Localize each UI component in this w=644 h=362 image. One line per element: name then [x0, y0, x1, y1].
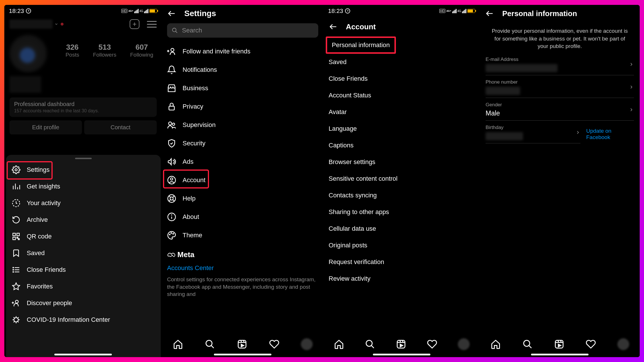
back-icon[interactable]: [329, 22, 338, 31]
stat-following[interactable]: 607Following: [130, 43, 153, 58]
field-label: E-mail Address: [486, 57, 634, 62]
home-indicator[interactable]: [531, 354, 589, 355]
settings-privacy[interactable]: Privacy: [162, 97, 323, 116]
nav-profile[interactable]: [301, 338, 313, 350]
menu-settings[interactable]: Settings: [6, 161, 161, 178]
meta-logo: Meta: [167, 250, 318, 259]
settings-supervision[interactable]: Supervision: [162, 116, 323, 134]
nav-profile[interactable]: [618, 338, 629, 350]
nav-home-icon[interactable]: [490, 339, 501, 349]
menu-activity[interactable]: Your activity: [6, 195, 161, 211]
settings-help[interactable]: Help: [162, 189, 323, 208]
settings-account[interactable]: Account: [162, 171, 323, 189]
account-verification[interactable]: Request verification: [323, 254, 480, 270]
account-original-posts[interactable]: Original posts: [323, 237, 480, 254]
gender-field[interactable]: Gender Male: [486, 102, 634, 121]
nav-search-icon[interactable]: [522, 339, 533, 349]
field-label: Phone number: [486, 79, 634, 85]
svg-rect-7: [17, 233, 20, 236]
home-indicator[interactable]: [373, 354, 430, 355]
settings-ads[interactable]: Ads: [162, 153, 323, 171]
account-avatar[interactable]: Avatar: [323, 104, 480, 120]
nav-reels-icon[interactable]: [237, 339, 247, 349]
settings-label: Privacy: [183, 103, 203, 110]
birthday-field[interactable]: Birthday: [486, 125, 580, 143]
account-browser[interactable]: Browser settings: [323, 154, 480, 170]
bottom-nav: [480, 331, 640, 357]
account-sharing[interactable]: Sharing to other apps: [323, 204, 480, 220]
account-cellular[interactable]: Cellular data use: [323, 220, 480, 237]
account-status[interactable]: Account Status: [323, 87, 480, 104]
search-icon: [172, 27, 178, 34]
account-close-friends[interactable]: Close Friends: [323, 70, 480, 87]
create-icon[interactable]: +: [130, 19, 139, 29]
chevron-right-icon: [629, 107, 634, 113]
menu-icon[interactable]: [147, 21, 157, 28]
lock-icon: [167, 102, 176, 111]
account-review-activity[interactable]: Review activity: [323, 270, 480, 287]
nav-reels-icon[interactable]: [554, 339, 564, 349]
menu-label: Favorites: [27, 283, 53, 290]
settings-business[interactable]: Business: [162, 79, 323, 97]
settings-about[interactable]: About: [162, 208, 323, 226]
add-person-icon: [167, 47, 176, 56]
settings-security[interactable]: Security: [162, 134, 323, 153]
svg-point-38: [172, 123, 175, 125]
qr-icon: [12, 232, 20, 241]
svg-point-42: [170, 197, 173, 200]
chevron-down-icon[interactable]: [54, 22, 58, 26]
personal-info-desc: Provide your personal information, even …: [480, 23, 640, 57]
account-contacts-sync[interactable]: Contacts syncing: [323, 187, 480, 204]
nav-home-icon[interactable]: [334, 339, 344, 349]
account-captions[interactable]: Captions: [323, 137, 480, 154]
settings-label: Supervision: [183, 121, 216, 129]
back-icon[interactable]: [485, 9, 494, 18]
edit-profile-button[interactable]: Edit profile: [9, 120, 82, 134]
account-sensitive[interactable]: Sensitive content control: [323, 170, 480, 187]
menu-favorites[interactable]: Favorites: [6, 278, 161, 295]
account-language[interactable]: Language: [323, 120, 480, 137]
nav-home-icon[interactable]: [173, 339, 183, 349]
account-personal-info[interactable]: Personal information: [326, 36, 396, 54]
accounts-center-link[interactable]: Accounts Center: [167, 264, 318, 272]
menu-label: Discover people: [27, 299, 72, 307]
sheet-handle[interactable]: [75, 158, 92, 159]
nav-heart-icon[interactable]: [586, 339, 596, 349]
professional-dashboard[interactable]: Professional dashboard 157 accounts reac…: [9, 97, 157, 117]
nav-search-icon[interactable]: [365, 339, 375, 349]
phone-field[interactable]: Phone number: [486, 79, 634, 98]
svg-point-51: [171, 233, 172, 234]
svg-point-0: [15, 169, 17, 171]
nav-reels-icon[interactable]: [396, 339, 406, 349]
menu-insights[interactable]: Get insights: [6, 178, 161, 195]
home-indicator[interactable]: [54, 354, 112, 355]
search-input[interactable]: Search: [167, 23, 318, 38]
settings-theme[interactable]: Theme: [162, 226, 323, 244]
svg-line-26: [14, 317, 15, 318]
shield-icon: [167, 139, 176, 148]
email-field[interactable]: E-mail Address: [486, 57, 634, 75]
menu-qrcode[interactable]: QR code: [6, 228, 161, 245]
stat-posts[interactable]: 326Posts: [66, 43, 79, 58]
contact-button[interactable]: Contact: [84, 120, 157, 134]
account-saved[interactable]: Saved: [323, 54, 480, 70]
nav-heart-icon[interactable]: [269, 339, 279, 349]
update-facebook-link[interactable]: Update on Facebook: [586, 128, 634, 140]
avatar: [9, 35, 47, 72]
settings-notifications[interactable]: Notifications: [162, 61, 323, 79]
menu-close-friends[interactable]: Close Friends: [6, 261, 161, 278]
menu-saved[interactable]: Saved: [6, 245, 161, 261]
menu-covid[interactable]: COVID-19 Information Center: [6, 311, 161, 328]
home-indicator[interactable]: [214, 354, 271, 355]
menu-discover[interactable]: Discover people: [6, 295, 161, 311]
menu-archive[interactable]: Archive: [6, 211, 161, 228]
bottom-nav: [162, 331, 323, 357]
nav-profile[interactable]: [458, 338, 469, 350]
nav-search-icon[interactable]: [205, 339, 215, 349]
username-redacted: [9, 20, 53, 29]
settings-follow-invite[interactable]: Follow and invite friends: [162, 42, 323, 61]
back-icon[interactable]: [167, 9, 176, 18]
stat-followers[interactable]: 513Followers: [93, 43, 116, 58]
settings-label: Help: [183, 195, 195, 202]
nav-heart-icon[interactable]: [427, 339, 437, 349]
